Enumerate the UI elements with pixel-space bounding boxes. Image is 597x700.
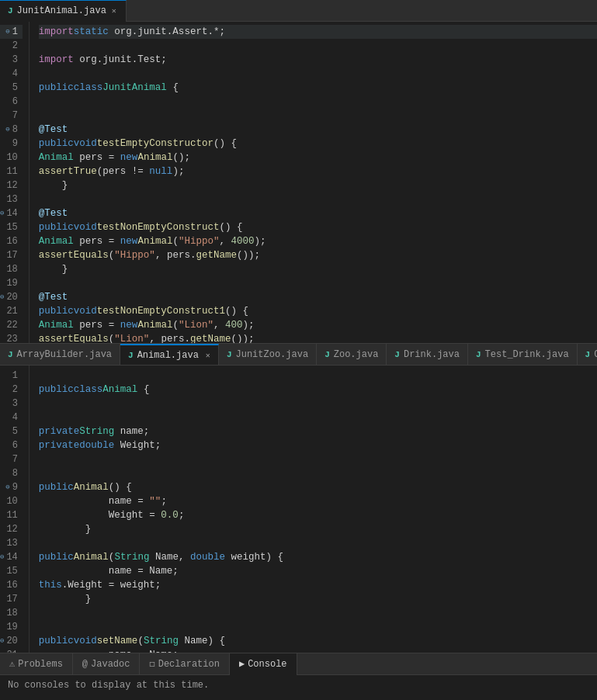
code-line bbox=[39, 369, 597, 383]
line-number: 17 bbox=[0, 248, 23, 262]
file-tab[interactable]: JArrayBuilder.java bbox=[0, 344, 120, 366]
line-number: 6 bbox=[0, 438, 23, 452]
line-num-text: 8 bbox=[12, 466, 18, 480]
line-number: 18 bbox=[0, 606, 23, 620]
line-number: 17 bbox=[0, 592, 23, 606]
file-tab[interactable]: JZoo.java bbox=[317, 344, 387, 366]
line-num-text: 9 bbox=[12, 137, 18, 151]
line-number: ⊖20 bbox=[0, 290, 23, 304]
bottom-tab-label: Declaration bbox=[158, 659, 220, 670]
line-num-text: 4 bbox=[12, 67, 18, 81]
code-line: assertEquals("Lion", pers.getName()); bbox=[39, 332, 597, 343]
line-number: 2 bbox=[0, 39, 23, 53]
line-number: 4 bbox=[0, 411, 23, 425]
line-num-text: 14 bbox=[6, 550, 17, 564]
code-line: } bbox=[39, 592, 597, 606]
code-line: assertEquals("Hippo", pers.getName()); bbox=[39, 248, 597, 262]
line-num-text: 5 bbox=[12, 81, 18, 95]
line-number: ⊖14 bbox=[0, 550, 23, 564]
top-editor-panel: ⊖1234567⊖8910111213⊖141516171819⊖2021222… bbox=[0, 22, 597, 344]
code-line: name = Name; bbox=[39, 564, 597, 578]
tab-junit-animal[interactable]: J JunitAnimal.java ✕ bbox=[0, 0, 127, 22]
line-number: 9 bbox=[0, 137, 23, 151]
file-tab[interactable]: JCoffeeS... bbox=[578, 344, 597, 366]
file-tab-bar: JArrayBuilder.javaJAnimal.java✕JJunitZoo… bbox=[0, 344, 597, 366]
bottom-tab-label: Javadoc bbox=[91, 659, 130, 670]
line-number: 13 bbox=[0, 192, 23, 206]
line-num-text: 6 bbox=[12, 95, 18, 109]
bottom-tab-icon: ⚠ bbox=[9, 658, 15, 670]
line-number: 22 bbox=[0, 318, 23, 332]
code-line: @Test bbox=[39, 290, 597, 304]
top-hscroll[interactable] bbox=[0, 343, 597, 344]
line-num-text: 21 bbox=[6, 304, 17, 318]
line-num-text: 18 bbox=[6, 262, 17, 276]
fold-marker[interactable]: ⊖ bbox=[5, 25, 9, 39]
code-line: } bbox=[39, 522, 597, 536]
line-number: 7 bbox=[0, 109, 23, 123]
line-num-text: 16 bbox=[6, 578, 17, 592]
fold-marker[interactable]: ⊖ bbox=[5, 480, 9, 494]
tab-close-junit[interactable]: ✕ bbox=[110, 5, 118, 16]
fold-marker[interactable]: ⊖ bbox=[0, 634, 4, 648]
code-line: public void setName(String Name) { bbox=[39, 634, 597, 648]
fold-marker[interactable]: ⊖ bbox=[0, 290, 4, 304]
bottom-tab-icon: ◻ bbox=[149, 658, 154, 670]
code-line: public void testNonEmptyConstruct() { bbox=[39, 220, 597, 234]
line-num-text: 4 bbox=[12, 411, 18, 425]
line-num-text: 12 bbox=[6, 178, 17, 192]
code-line: public class JunitAnimal { bbox=[39, 81, 597, 95]
bottom-code-area: 12345678⊖910111213⊖141516171819⊖20212223… bbox=[0, 366, 597, 653]
bottom-tab-problems[interactable]: ⚠Problems bbox=[0, 653, 73, 675]
line-num-text: 15 bbox=[6, 220, 17, 234]
fold-marker[interactable]: ⊖ bbox=[5, 123, 9, 137]
bottom-tab-declaration[interactable]: ◻Declaration bbox=[140, 653, 229, 675]
file-tab[interactable]: JJunitZoo.java bbox=[219, 344, 317, 366]
line-num-text: 6 bbox=[12, 438, 18, 452]
file-tab-icon: J bbox=[476, 350, 481, 359]
code-line bbox=[39, 452, 597, 466]
fold-marker[interactable]: ⊖ bbox=[0, 550, 4, 564]
file-tab[interactable]: JTest_Drink.java bbox=[468, 344, 578, 366]
line-num-text: 1 bbox=[12, 25, 18, 39]
line-number: 18 bbox=[0, 262, 23, 276]
line-num-text: 17 bbox=[6, 248, 17, 262]
file-tab-label: JunitZoo.java bbox=[236, 349, 309, 360]
bottom-tab-label: Problems bbox=[18, 659, 63, 670]
console-output: No consoles to display at this time. bbox=[0, 675, 597, 695]
line-num-text: 10 bbox=[6, 151, 17, 165]
line-num-text: 3 bbox=[12, 397, 18, 411]
line-num-text: 1 bbox=[12, 369, 18, 383]
line-number: 10 bbox=[0, 494, 23, 508]
line-num-text: 18 bbox=[6, 606, 17, 620]
line-num-text: 7 bbox=[12, 452, 18, 466]
line-num-text: 11 bbox=[6, 165, 17, 178]
file-tab-label: Zoo.java bbox=[334, 349, 379, 360]
code-line: assertTrue(pers != null); bbox=[39, 165, 597, 178]
console-message: No consoles to display at this time. bbox=[8, 680, 209, 691]
code-line: } bbox=[39, 178, 597, 192]
ide-window: J JunitAnimal.java ✕ ⊖1234567⊖8910111213… bbox=[0, 0, 597, 700]
file-tab-icon: J bbox=[394, 350, 400, 359]
line-number: 19 bbox=[0, 276, 23, 290]
bottom-tab-console[interactable]: ▶Console bbox=[230, 653, 297, 675]
file-tab[interactable]: JDrink.java bbox=[387, 344, 468, 366]
file-tab-close[interactable]: ✕ bbox=[206, 351, 210, 360]
bottom-code-content[interactable]: public class Animal { private String nam… bbox=[30, 366, 597, 653]
line-num-text: 22 bbox=[6, 318, 17, 332]
line-number: 21 bbox=[0, 304, 23, 318]
line-num-text: 7 bbox=[12, 109, 18, 123]
file-tab[interactable]: JAnimal.java✕ bbox=[120, 344, 219, 366]
code-line bbox=[39, 466, 597, 480]
code-line: private double Weight; bbox=[39, 438, 597, 452]
fold-marker[interactable]: ⊖ bbox=[0, 206, 4, 220]
line-number: 13 bbox=[0, 536, 23, 550]
top-code-content[interactable]: import static org.junit.Assert.*; import… bbox=[30, 22, 597, 343]
bottom-tab-javadoc[interactable]: @Javadoc bbox=[73, 653, 141, 675]
code-line bbox=[39, 276, 597, 290]
line-number: 23 bbox=[0, 332, 23, 343]
file-tab-label: Drink.java bbox=[404, 349, 460, 360]
line-number: 3 bbox=[0, 397, 23, 411]
line-num-text: 2 bbox=[12, 39, 18, 53]
line-num-text: 11 bbox=[6, 508, 17, 522]
